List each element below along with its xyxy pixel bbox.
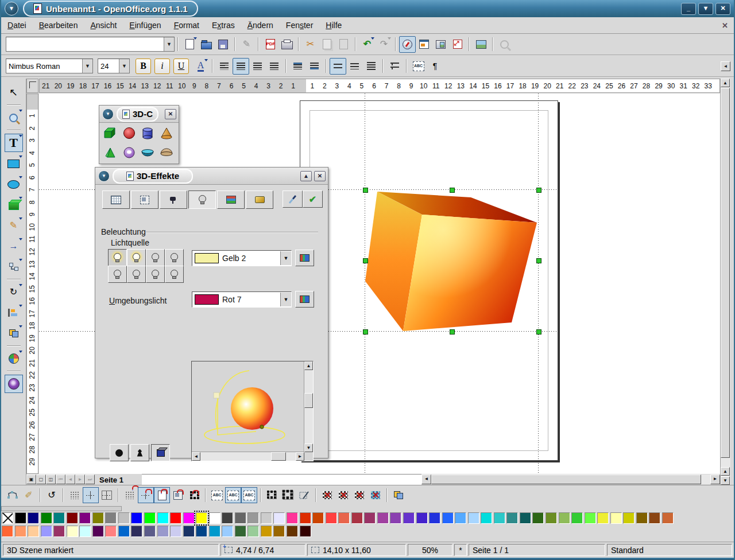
double-click-text-button[interactable]: ABC: [241, 487, 257, 503]
color-swatch[interactable]: [183, 512, 195, 524]
alignment-tool-button[interactable]: [5, 304, 23, 322]
color-swatch[interactable]: [222, 512, 233, 524]
character-dialog-button[interactable]: ABC: [410, 58, 427, 75]
color-swatch[interactable]: [53, 512, 65, 524]
preview-scroll-right-icon[interactable]: ►: [296, 452, 304, 461]
connector-tool-button[interactable]: [5, 258, 23, 276]
font-name-dropdown-icon[interactable]: ▼: [82, 59, 92, 73]
ruler-origin-button[interactable]: [26, 79, 38, 93]
color-swatch[interactable]: [571, 512, 583, 524]
color-swatch[interactable]: [222, 526, 233, 537]
open-button[interactable]: [198, 36, 215, 53]
picture-placeholder-button[interactable]: [319, 487, 335, 503]
modify-with-attributes-button[interactable]: [296, 487, 312, 503]
color-swatch-none[interactable]: [2, 512, 13, 524]
toolbar-scroll-left-button[interactable]: ◄: [721, 61, 730, 71]
color-swatch[interactable]: [468, 512, 479, 524]
3d-sphere-shape-button[interactable]: [121, 125, 138, 141]
light-color-combobox[interactable]: Gelb 2 ▼: [192, 250, 292, 266]
3d-effects-menu-button[interactable]: ▼: [98, 170, 110, 182]
color-swatch[interactable]: [79, 526, 91, 537]
color-swatch[interactable]: [261, 526, 272, 537]
3d-cube-object[interactable]: [357, 184, 547, 339]
color-swatch[interactable]: [247, 512, 259, 524]
glue-points-button[interactable]: ✐: [21, 487, 37, 503]
3d-cone-shape-button[interactable]: [158, 125, 175, 141]
color-swatch[interactable]: [183, 526, 195, 537]
preview-mode-cube-button[interactable]: [151, 444, 170, 461]
color-swatch[interactable]: [157, 512, 169, 524]
effects-tool-button[interactable]: [5, 375, 23, 393]
color-swatch[interactable]: [364, 512, 376, 524]
3d-objects-tool-button[interactable]: [5, 196, 23, 214]
light-source-6-button[interactable]: [127, 266, 146, 283]
line-spacing-15-button[interactable]: [346, 58, 363, 75]
color-swatch[interactable]: [118, 526, 130, 537]
scroll-right-icon[interactable]: ►: [710, 475, 720, 484]
view-mode-master-button[interactable]: ▢: [36, 475, 46, 484]
color-swatch[interactable]: [585, 512, 596, 524]
preview-scroll-up-icon[interactable]: ▲: [304, 361, 313, 370]
last-page-icon[interactable]: ⏭: [85, 475, 95, 484]
color-swatch[interactable]: [442, 512, 454, 524]
color-swatch[interactable]: [312, 512, 324, 524]
first-page-icon[interactable]: ⏮: [56, 475, 65, 484]
color-swatch[interactable]: [261, 512, 272, 524]
guides-front-button[interactable]: [99, 487, 115, 503]
window-menu-button[interactable]: ▼: [5, 2, 18, 15]
color-swatch[interactable]: [41, 526, 52, 537]
simple-handles-button[interactable]: [264, 487, 280, 503]
3d-palette-menu-button[interactable]: ▼: [102, 108, 114, 120]
preview-vthumb[interactable]: [304, 393, 313, 408]
bullets-button[interactable]: [386, 58, 403, 75]
color-swatch[interactable]: [494, 512, 505, 524]
color-swatch[interactable]: [300, 512, 311, 524]
color-swatch[interactable]: [67, 526, 78, 537]
color-swatch[interactable]: [662, 512, 674, 524]
color-swatch[interactable]: [377, 512, 389, 524]
menu-extras[interactable]: Extras: [206, 21, 241, 30]
horizontal-ruler[interactable]: 212019181716151413121110987654321 123456…: [39, 79, 720, 93]
color-swatch[interactable]: [546, 512, 557, 524]
tab-illumination[interactable]: [188, 190, 216, 209]
edit-points-button[interactable]: [5, 487, 21, 503]
color-swatch[interactable]: [300, 526, 311, 537]
menu-ndern[interactable]: Ändern: [241, 21, 280, 30]
arrange-tool-button[interactable]: [5, 324, 23, 343]
zoom-tool-button[interactable]: [5, 108, 23, 127]
new-document-button[interactable]: [181, 36, 198, 53]
handle-bottom-center[interactable]: [450, 329, 455, 335]
color-swatch[interactable]: [235, 512, 246, 524]
export-pdf-button[interactable]: PDF: [262, 36, 278, 53]
line-placeholder-button[interactable]: [368, 487, 384, 503]
color-swatch[interactable]: [28, 526, 39, 537]
color-swatch[interactable]: [28, 512, 39, 524]
scroll-up2-icon[interactable]: ▲: [721, 467, 730, 476]
ambient-color-dropdown-icon[interactable]: ▼: [280, 293, 291, 306]
3d-palette-close-button[interactable]: ✕: [165, 109, 176, 119]
color-swatch[interactable]: [455, 512, 466, 524]
justify-button[interactable]: [266, 58, 283, 75]
spacing-increase-button[interactable]: [289, 58, 306, 75]
color-swatch[interactable]: [520, 512, 531, 524]
preview-vscrollbar[interactable]: ▲ ▼: [304, 361, 313, 452]
paragraph-dialog-button[interactable]: ¶: [427, 58, 443, 75]
font-color-button[interactable]: A: [192, 58, 209, 75]
handle-top-center[interactable]: [450, 188, 455, 193]
tab-geometry[interactable]: [131, 190, 158, 209]
align-right-button[interactable]: [249, 58, 266, 75]
preview-scroll-down-icon[interactable]: ▼: [304, 444, 313, 452]
curve-tool-button[interactable]: ✎: [5, 216, 23, 235]
minimize-button[interactable]: _: [681, 3, 696, 15]
navigator-button[interactable]: [399, 36, 416, 53]
color-swatch[interactable]: [105, 526, 117, 537]
vscroll-thumb[interactable]: [721, 88, 730, 458]
menu-datei[interactable]: Datei: [1, 21, 33, 30]
color-swatch[interactable]: [532, 512, 544, 524]
text-placeholder-button[interactable]: [351, 487, 368, 503]
rectangle-tool-button[interactable]: [5, 154, 23, 173]
light-source-1-button[interactable]: [108, 249, 127, 266]
undo-button[interactable]: ↶: [359, 36, 376, 53]
color-swatch[interactable]: [131, 526, 142, 537]
view-mode-page-button[interactable]: ▣: [26, 475, 36, 484]
